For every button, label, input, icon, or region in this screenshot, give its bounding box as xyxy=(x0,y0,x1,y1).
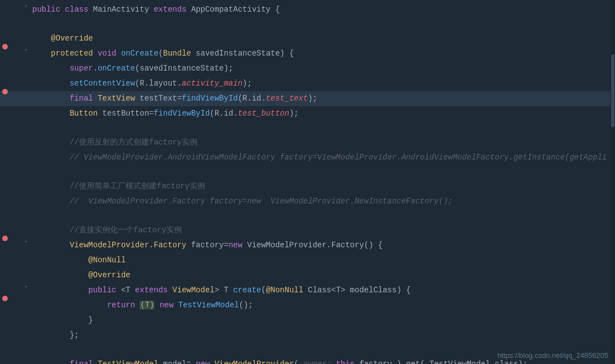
line-19: @Override xyxy=(0,268,615,283)
line-9 xyxy=(0,121,615,135)
code-line-14: // ViewModelProvider.Factory factory=new… xyxy=(30,195,615,208)
line-13: //使用简单工厂模式创建factory实例 xyxy=(0,179,615,194)
breakpoint-17 xyxy=(2,236,8,241)
fold-17: ▾ xyxy=(22,238,30,245)
line-6: setContentView(R.layout.activity_main); xyxy=(0,76,615,91)
fold-1: ▾ xyxy=(22,3,30,9)
code-line-13: //使用简单工厂模式创建factory实例 xyxy=(30,179,615,193)
keyword: extends xyxy=(153,5,186,14)
breakpoint-4 xyxy=(2,44,8,49)
code-line-1: public class MainActivity extends AppCom… xyxy=(30,3,615,17)
line-8: Button testButton=findViewById(R.id.test… xyxy=(0,106,615,121)
line-21: return (T) new TestViewModel(); xyxy=(0,298,615,313)
breakpoint-7 xyxy=(2,89,8,94)
code-line-10: //使用反射的方式创建factory实例 xyxy=(30,136,615,149)
line-7: final TextView testText=findViewById(R.i… xyxy=(0,91,615,106)
keyword: class xyxy=(65,5,88,14)
line-20: ▾ public <T extends ViewModel> T create(… xyxy=(0,283,615,298)
code-line-8: Button testButton=findViewById(R.id.test… xyxy=(30,107,615,121)
code-line-19: @Override xyxy=(30,268,615,282)
code-line-16: //直接实例化一个factory实例 xyxy=(30,223,615,237)
line-2 xyxy=(0,17,615,31)
code-line-7: final TextView testText=findViewById(R.i… xyxy=(30,92,615,106)
line-11: // ViewModelProvider.AndroidViewModelFac… xyxy=(0,150,615,165)
line-12 xyxy=(0,165,615,179)
line-10: //使用反射的方式创建factory实例 xyxy=(0,135,615,150)
scroll-thumb xyxy=(611,54,614,127)
line-3: @Override xyxy=(0,31,615,46)
breakpoint-21 xyxy=(2,296,8,301)
code-line-6: setContentView(R.layout.activity_main); xyxy=(30,77,615,91)
code-line-23: }; xyxy=(30,328,615,342)
scrollbar[interactable] xyxy=(611,0,615,364)
line-1: ▾ public class MainActivity extends AppC… xyxy=(0,2,615,17)
line-17: ▾ ViewModelProvider.Factory factory=new … xyxy=(0,238,615,253)
code-editor: ▾ public class MainActivity extends AppC… xyxy=(0,0,615,364)
code-line-21: return (T) new TestViewModel(); xyxy=(30,298,615,312)
code-line-3: @Override xyxy=(30,32,615,46)
code-line-18: @NonNull xyxy=(30,253,615,267)
line-18: @NonNull xyxy=(0,253,615,268)
code-line-4: protected void onCreate(Bundle savedInst… xyxy=(30,47,615,61)
code-content: ▾ public class MainActivity extends AppC… xyxy=(0,0,615,364)
line-15 xyxy=(0,209,615,223)
code-line-20: public <T extends ViewModel> T create(@N… xyxy=(30,283,615,297)
fold-20: ▾ xyxy=(22,283,30,290)
url-bar: https://blog.csdn.net/qq_24856205 xyxy=(498,351,609,360)
line-4: ▾ protected void onCreate(Bundle savedIn… xyxy=(0,46,615,61)
keyword: public xyxy=(32,5,60,14)
line-23: }; xyxy=(0,328,615,343)
code-line-22: } xyxy=(30,313,615,327)
code-line-17: ViewModelProvider.Factory factory=new Vi… xyxy=(30,238,615,252)
line-16: //直接实例化一个factory实例 xyxy=(0,223,615,238)
code-line-5: super.onCreate(savedInstanceState); xyxy=(30,62,615,76)
fold-4: ▾ xyxy=(22,47,30,53)
line-14: // ViewModelProvider.Factory factory=new… xyxy=(0,194,615,209)
code-line-11: // ViewModelProvider.AndroidViewModelFac… xyxy=(30,151,615,164)
line-22: } xyxy=(0,313,615,328)
line-5: super.onCreate(savedInstanceState); xyxy=(0,61,615,76)
